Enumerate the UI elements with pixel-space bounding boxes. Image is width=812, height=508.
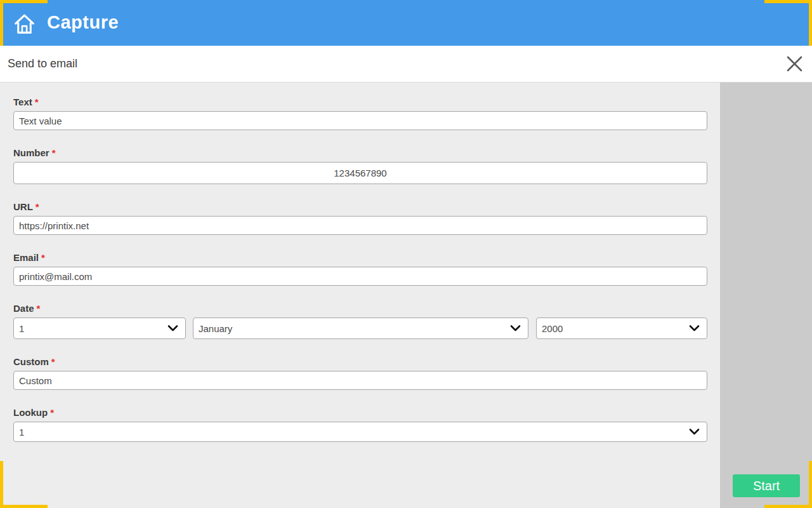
field-group-text: Text* xyxy=(13,97,707,130)
field-group-date: Date* 1 January xyxy=(13,303,707,339)
number-input[interactable] xyxy=(13,162,707,184)
field-group-lookup: Lookup* 1 xyxy=(13,407,707,442)
required-marker: * xyxy=(41,252,45,263)
required-marker: * xyxy=(36,201,39,212)
app-header: Capture xyxy=(0,0,812,46)
required-marker: * xyxy=(35,97,39,107)
lookup-select[interactable]: 1 xyxy=(13,422,707,442)
date-month-select[interactable]: January xyxy=(193,318,528,339)
custom-field-label: Custom* xyxy=(13,356,707,367)
field-group-custom: Custom* xyxy=(13,356,707,390)
capture-app-window: Capture Send to email Text* Number* URL* xyxy=(0,0,812,508)
date-field-label: Date* xyxy=(13,303,707,314)
app-title: Capture xyxy=(47,12,119,33)
start-button[interactable]: Start xyxy=(733,474,800,497)
date-year-select[interactable]: 2000 xyxy=(536,318,707,339)
dialog-content: Text* Number* URL* Email* Date* xyxy=(0,83,812,508)
email-field-label: Email* xyxy=(13,252,707,263)
custom-input[interactable] xyxy=(13,371,707,390)
home-icon[interactable] xyxy=(13,11,36,35)
number-field-label: Number* xyxy=(13,147,707,158)
field-group-number: Number* xyxy=(13,147,707,184)
text-field-label: Text* xyxy=(13,97,707,107)
email-input[interactable] xyxy=(13,267,707,286)
capture-form: Text* Number* URL* Email* Date* xyxy=(0,83,720,508)
required-marker: * xyxy=(37,303,41,314)
required-marker: * xyxy=(52,147,56,158)
field-group-email: Email* xyxy=(13,252,707,286)
dialog-title: Send to email xyxy=(8,57,77,70)
field-group-url: URL* xyxy=(13,201,707,235)
url-field-label: URL* xyxy=(13,201,707,212)
url-input[interactable] xyxy=(13,216,707,235)
required-marker: * xyxy=(51,356,55,367)
dialog-title-bar: Send to email xyxy=(0,46,812,83)
date-day-select[interactable]: 1 xyxy=(13,318,186,339)
text-input[interactable] xyxy=(13,111,707,130)
required-marker: * xyxy=(50,407,54,418)
action-panel: Start xyxy=(720,83,812,508)
close-icon[interactable] xyxy=(785,55,803,73)
date-row: 1 January 2000 xyxy=(13,318,707,339)
lookup-field-label: Lookup* xyxy=(13,407,707,418)
